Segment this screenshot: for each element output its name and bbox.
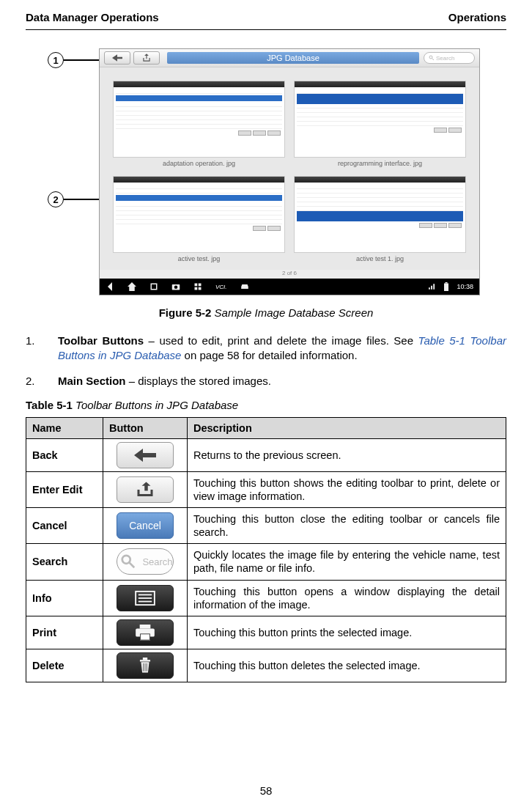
list-num: 2. xyxy=(26,374,58,389)
list-text-b: on page 58 for detailed information. xyxy=(181,349,357,361)
svg-rect-6 xyxy=(199,284,202,287)
list-body: Main Section – displays the stored image… xyxy=(58,374,506,389)
header-left: Data Manager Operations xyxy=(26,11,159,23)
row-desc: Quickly locates the image file by enteri… xyxy=(188,544,506,580)
row-button-cell xyxy=(103,649,188,682)
callout-2: 2 xyxy=(48,191,99,207)
share-arrow-icon xyxy=(134,482,156,498)
titlebar: JPG Database Search xyxy=(100,49,479,67)
camera-icon[interactable] xyxy=(171,282,180,291)
row-name: Delete xyxy=(26,649,103,682)
tile-caption: reprogramming interface. jpg xyxy=(294,158,466,167)
thumbnail-grid: adaptation operation. jpg reprogramming … xyxy=(100,67,479,270)
trash-icon xyxy=(134,658,156,674)
table-row: Delete Touching this button deletes the … xyxy=(26,649,506,682)
row-name: Back xyxy=(26,438,103,471)
svg-rect-10 xyxy=(432,286,433,290)
search-icon xyxy=(429,55,435,61)
signal-icon xyxy=(429,283,436,290)
row-name: Search xyxy=(26,544,103,580)
row-button-cell xyxy=(103,580,188,616)
clock-label: 10:38 xyxy=(457,283,473,290)
thumbnail-tile[interactable]: active test. jpg xyxy=(113,176,285,262)
tile-caption: active test 1. jpg xyxy=(294,253,466,262)
row-desc: Touching this button close the editing t… xyxy=(188,508,506,544)
search-button-label: Search xyxy=(142,556,172,567)
back-arrow-icon xyxy=(134,447,156,463)
back-arrow-icon xyxy=(112,54,122,62)
row-button-cell: Search xyxy=(103,544,188,580)
svg-line-1 xyxy=(432,59,435,61)
search-button-img: Search xyxy=(117,548,174,575)
search-placeholder: Search xyxy=(436,55,454,62)
print-button-img xyxy=(117,619,174,646)
page-header: Data Manager Operations Operations xyxy=(26,11,506,23)
toolbar-table: Name Button Description Back Returns to … xyxy=(26,417,506,682)
search-input[interactable]: Search xyxy=(424,52,475,64)
table-row: Cancel Cancel Touching this button close… xyxy=(26,508,506,544)
row-button-cell xyxy=(103,471,188,507)
back-nav-icon[interactable] xyxy=(106,282,114,291)
page-number: 58 xyxy=(0,784,532,797)
row-button-cell xyxy=(103,616,188,649)
car-icon[interactable] xyxy=(240,282,249,291)
table-row: Search Search Quickly locates the image … xyxy=(26,544,506,580)
vcl-label: VCI. xyxy=(215,284,227,290)
edit-button[interactable] xyxy=(133,51,160,65)
svg-rect-7 xyxy=(195,287,198,290)
delete-button-img xyxy=(117,652,174,679)
printer-icon xyxy=(134,625,156,641)
svg-rect-5 xyxy=(195,284,198,287)
list-text-a: – used to edit, print and delete the ima… xyxy=(144,334,418,347)
svg-rect-17 xyxy=(138,594,152,595)
list-item: 2. Main Section – displays the stored im… xyxy=(26,374,506,389)
svg-point-4 xyxy=(174,286,178,290)
callout-2-line xyxy=(64,199,99,200)
title-label: JPG Database xyxy=(167,52,419,64)
cancel-button-label: Cancel xyxy=(129,520,161,531)
svg-rect-18 xyxy=(138,597,152,599)
thumbnail-tile[interactable]: reprogramming interface. jpg xyxy=(294,81,466,167)
table-row: Print Touching this button prints the se… xyxy=(26,616,506,649)
list-body: Toolbar Buttons – used to edit, print an… xyxy=(58,334,506,364)
back-button-img xyxy=(117,442,174,468)
svg-rect-19 xyxy=(138,600,152,602)
row-desc: Touching this button shows the editing t… xyxy=(188,471,506,507)
svg-rect-2 xyxy=(151,284,157,290)
table-header-row: Name Button Description xyxy=(26,417,506,438)
pager-label: 2 of 6 xyxy=(100,270,479,279)
svg-rect-25 xyxy=(143,658,147,660)
recent-icon[interactable] xyxy=(149,282,158,291)
svg-rect-12 xyxy=(444,284,448,292)
numbered-list: 1. Toolbar Buttons – used to edit, print… xyxy=(26,334,506,389)
row-name: Enter Edit xyxy=(26,471,103,507)
th-desc: Description xyxy=(188,417,506,438)
screenshot: JPG Database Search adaptation operation… xyxy=(99,48,480,295)
figure-caption: Figure 5-2 Sample Image Database Screen xyxy=(26,306,506,319)
cancel-button-img: Cancel xyxy=(117,512,174,539)
row-name: Print xyxy=(26,616,103,649)
back-button[interactable] xyxy=(104,51,130,65)
svg-rect-13 xyxy=(446,282,448,284)
header-right: Operations xyxy=(448,11,506,23)
home-icon[interactable] xyxy=(128,282,136,291)
list-text-a: – displays the stored images. xyxy=(126,375,271,387)
svg-point-0 xyxy=(429,56,432,59)
table-caption: Toolbar Buttons in JPG Database xyxy=(75,399,238,411)
thumbnail-tile[interactable]: active test 1. jpg xyxy=(294,176,466,262)
callout-1-circle: 1 xyxy=(48,52,64,68)
row-desc: Touching this button prints the selected… xyxy=(188,616,506,649)
svg-rect-24 xyxy=(140,660,150,661)
table-row: Enter Edit Touching this button shows th… xyxy=(26,471,506,507)
share-icon xyxy=(141,54,152,62)
battery-icon xyxy=(443,282,449,291)
list-num: 1. xyxy=(26,334,58,364)
screenshot-container: 1 2 JPG Database Search adaptation opera… xyxy=(99,48,492,295)
row-desc: Touching this button deletes the selecte… xyxy=(188,649,506,682)
thumbnail-tile[interactable]: adaptation operation. jpg xyxy=(113,81,285,167)
list-bold: Main Section xyxy=(58,375,126,387)
row-button-cell xyxy=(103,438,188,471)
svg-rect-9 xyxy=(429,287,430,290)
apps-icon[interactable] xyxy=(193,282,202,291)
table-row: Back Returns to the previous screen. xyxy=(26,438,506,471)
